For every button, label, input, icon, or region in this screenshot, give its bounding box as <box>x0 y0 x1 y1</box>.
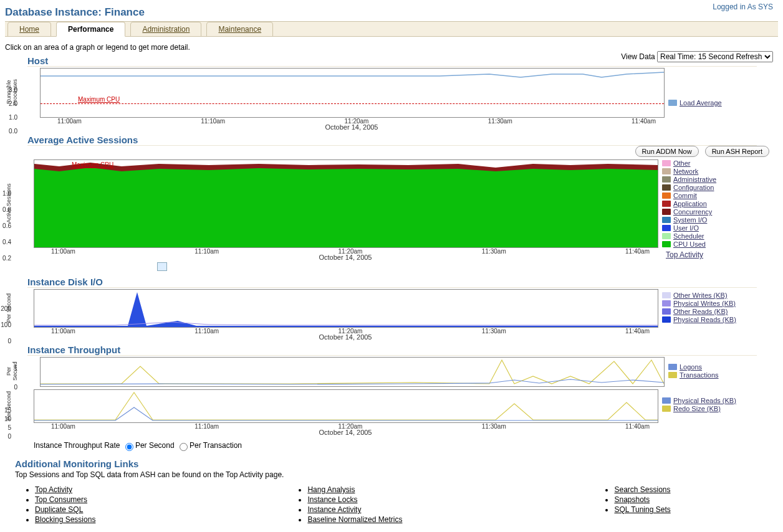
drilldown-icon[interactable] <box>157 262 167 271</box>
xtick: 11:00am <box>51 423 75 430</box>
legend-commit[interactable]: Commit <box>673 192 697 199</box>
section-aml-title: Additional Monitoring Links <box>15 458 778 469</box>
legend-other-reads-kb-[interactable]: Other Reads (KB) <box>673 308 728 315</box>
ytick: 10 <box>4 416 11 422</box>
rate-per-tx-label: Per Transaction <box>190 441 242 450</box>
ytick: 0.2 <box>2 255 11 262</box>
legend-redo-size-kb-[interactable]: Redo Size (KB) <box>673 405 721 412</box>
ytick: 2.0 <box>9 100 17 107</box>
aas-chart[interactable]: Maximum CPU <box>34 159 658 248</box>
ytick: 15 <box>4 407 11 414</box>
xtick: 11:40am <box>625 328 650 335</box>
legend-user-i-o[interactable]: User I/O <box>673 224 699 232</box>
ytick: 1.0 <box>9 114 17 121</box>
tab-administration[interactable]: Administration <box>130 22 201 37</box>
ytick: 1 <box>14 365 17 372</box>
legend-transactions[interactable]: Transactions <box>680 371 719 379</box>
section-aas-title: Average Active Sessions <box>27 135 757 146</box>
tab-maintenance[interactable]: Maintenance <box>206 22 273 37</box>
aml-link-hang-analysis[interactable]: Hang Analysis <box>307 485 355 494</box>
thr1-chart[interactable] <box>40 357 665 387</box>
io-chart[interactable] <box>34 289 658 328</box>
tab-home[interactable]: Home <box>7 22 51 37</box>
aml-link-instance-locks[interactable]: Instance Locks <box>307 495 357 504</box>
rate-per-second-label: Per Second <box>135 441 175 450</box>
run-ash-button[interactable]: Run ASH Report <box>705 146 769 157</box>
host-maxcpu-link[interactable]: Maximum CPU <box>78 96 120 103</box>
login-status: Logged in As SYS <box>713 2 773 11</box>
ytick: 100 <box>1 321 11 328</box>
top-activity-link[interactable]: Top Activity <box>666 250 703 259</box>
section-io-title: Instance Disk I/O <box>27 277 757 288</box>
ytick: 0.0 <box>9 128 17 135</box>
tab-bar: Home Performance Administration Maintena… <box>5 21 778 37</box>
view-data-select[interactable]: Real Time: 15 Second Refresh <box>657 51 773 62</box>
xtick: 11:00am <box>51 328 75 335</box>
rate-per-tx-radio[interactable] <box>180 443 188 451</box>
host-chart[interactable]: Maximum CPU <box>40 68 665 118</box>
swatch-icon <box>662 217 671 223</box>
legend-administrative[interactable]: Administrative <box>673 176 716 183</box>
xtick: 11:10am <box>195 248 219 255</box>
run-addm-button[interactable]: Run ADDM Now <box>635 146 699 157</box>
xtick: 11:40am <box>632 118 656 125</box>
xtick: 11:40am <box>625 248 650 255</box>
ytick: 3.0 <box>9 87 17 93</box>
ytick: 0 <box>7 338 11 344</box>
swatch-icon <box>662 316 671 323</box>
xtick: 11:10am <box>195 423 219 430</box>
swatch-icon <box>662 184 671 191</box>
aml-link-instance-activity[interactable]: Instance Activity <box>307 505 361 514</box>
swatch-icon <box>662 192 671 199</box>
legend-logons[interactable]: Logons <box>680 363 702 371</box>
legend-load-average[interactable]: Load Average <box>680 99 722 107</box>
tab-performance[interactable]: Performance <box>56 22 125 37</box>
legend-network[interactable]: Network <box>673 168 698 175</box>
swatch-icon <box>668 372 677 378</box>
aml-link-top-activity[interactable]: Top Activity <box>35 485 72 494</box>
aml-link-sql-tuning-sets[interactable]: SQL Tuning Sets <box>614 505 670 514</box>
legend-system-i-o[interactable]: System I/O <box>673 216 707 224</box>
swatch-icon <box>662 241 671 247</box>
legend-concurrency[interactable]: Concurrency <box>673 208 712 216</box>
aml-note: Top Sessions and Top SQL data from ASH c… <box>15 470 778 479</box>
legend-cpu-used[interactable]: CPU Used <box>673 240 706 248</box>
aas-maxcpu-link[interactable]: Maximum CPU <box>72 161 113 168</box>
legend-physical-reads-kb-[interactable]: Physical Reads (KB) <box>673 316 736 323</box>
aml-link-blocking-sessions[interactable]: Blocking Sessions <box>35 515 95 524</box>
aml-link-snapshots[interactable]: Snapshots <box>614 495 650 504</box>
xtick: 11:30am <box>482 248 506 255</box>
aml-link-baseline-normalized-metrics[interactable]: Baseline Normalized Metrics <box>307 515 402 524</box>
legend-other[interactable]: Other <box>673 159 691 167</box>
legend-physical-writes-kb-[interactable]: Physical Writes (KB) <box>673 300 736 307</box>
aas-ylabel: Active Sessions <box>5 159 12 247</box>
swatch-icon <box>662 406 671 412</box>
svg-rect-0 <box>34 168 658 247</box>
aml-link-duplicate-sql[interactable]: Duplicate SQL <box>35 505 83 514</box>
swatch-icon <box>662 397 671 404</box>
rate-per-second-radio[interactable] <box>125 443 133 451</box>
swatch-icon <box>668 100 677 106</box>
xtick: 11:10am <box>201 118 225 125</box>
swatch-icon <box>662 300 671 306</box>
svg-marker-2 <box>34 292 658 327</box>
swatch-icon <box>662 176 671 183</box>
swatch-icon <box>668 364 677 370</box>
legend-physical-reads-kb-[interactable]: Physical Reads (KB) <box>673 397 736 404</box>
legend-other-writes-kb-[interactable]: Other Writes (KB) <box>673 292 728 299</box>
legend-application[interactable]: Application <box>673 200 707 207</box>
host-date: October 14, 2005 <box>40 123 663 131</box>
swatch-icon <box>662 209 671 215</box>
aml-link-search-sessions[interactable]: Search Sessions <box>614 485 670 494</box>
xtick: 11:10am <box>195 328 219 335</box>
thr2-chart[interactable] <box>34 389 658 423</box>
io-date: October 14, 2005 <box>34 333 657 341</box>
thr-rate-label: Instance Throughput Rate <box>34 441 120 450</box>
legend-configuration[interactable]: Configuration <box>673 184 714 191</box>
aml-link-top-consumers[interactable]: Top Consumers <box>35 495 87 504</box>
hint-text: Click on an area of a graph or legend to… <box>5 43 778 52</box>
ytick: 0 <box>7 433 11 440</box>
swatch-icon <box>662 168 671 174</box>
thr-date: October 14, 2005 <box>34 429 657 436</box>
legend-scheduler[interactable]: Scheduler <box>673 232 704 240</box>
